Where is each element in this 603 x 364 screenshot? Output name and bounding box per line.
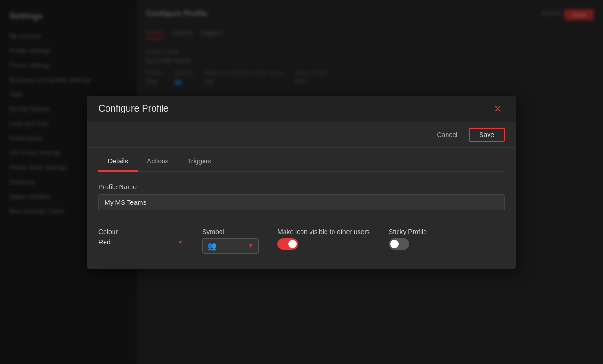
colour-label: Colour (98, 228, 183, 235)
form-row-settings: Colour Red ▼ Symbol 👥 ▼ Make icon visibl… (98, 228, 505, 254)
modal-body: Details Actions Triggers Profile Name Co… (87, 148, 516, 269)
make-icon-visible-field: Make icon visible to other users (277, 228, 370, 250)
modal-tabs: Details Actions Triggers (98, 152, 505, 172)
sticky-profile-toggle-container (389, 238, 427, 250)
colour-value: Red (98, 238, 174, 246)
colour-dropdown-arrow: ▼ (178, 239, 183, 245)
save-button[interactable]: Save (469, 128, 505, 142)
symbol-field: Symbol 👥 ▼ (202, 228, 259, 254)
profile-name-group: Profile Name (98, 183, 505, 210)
symbol-select[interactable]: 👥 ▼ (202, 238, 259, 254)
toggle-knob-on (288, 240, 297, 248)
modal-header: Configure Profile ✕ (87, 96, 516, 122)
modal-close-button[interactable]: ✕ (491, 103, 505, 114)
symbol-icon: 👥 (207, 242, 217, 251)
toggle-knob-off (390, 240, 399, 248)
modal-toolbar: Cancel Save (87, 122, 516, 148)
symbol-label: Symbol (202, 228, 259, 235)
configure-profile-modal: Configure Profile ✕ Cancel Save Details … (87, 96, 516, 269)
profile-name-label: Profile Name (98, 183, 505, 191)
form-divider (98, 220, 505, 220)
tab-triggers[interactable]: Triggers (178, 152, 221, 172)
modal-title: Configure Profile (98, 103, 169, 114)
tab-actions[interactable]: Actions (138, 152, 178, 172)
make-icon-visible-toggle[interactable] (277, 238, 298, 250)
make-icon-visible-toggle-container (277, 238, 370, 250)
cancel-button[interactable]: Cancel (431, 128, 463, 141)
sticky-profile-field: Sticky Profile (389, 228, 427, 250)
colour-field: Colour Red ▼ (98, 228, 183, 246)
tab-details[interactable]: Details (98, 152, 138, 172)
colour-select[interactable]: Red ▼ (98, 238, 183, 246)
symbol-dropdown-arrow: ▼ (248, 243, 253, 249)
sticky-profile-label: Sticky Profile (389, 228, 427, 235)
make-icon-visible-label: Make icon visible to other users (277, 228, 370, 235)
sticky-profile-toggle[interactable] (389, 238, 409, 250)
profile-name-input[interactable] (98, 194, 505, 210)
